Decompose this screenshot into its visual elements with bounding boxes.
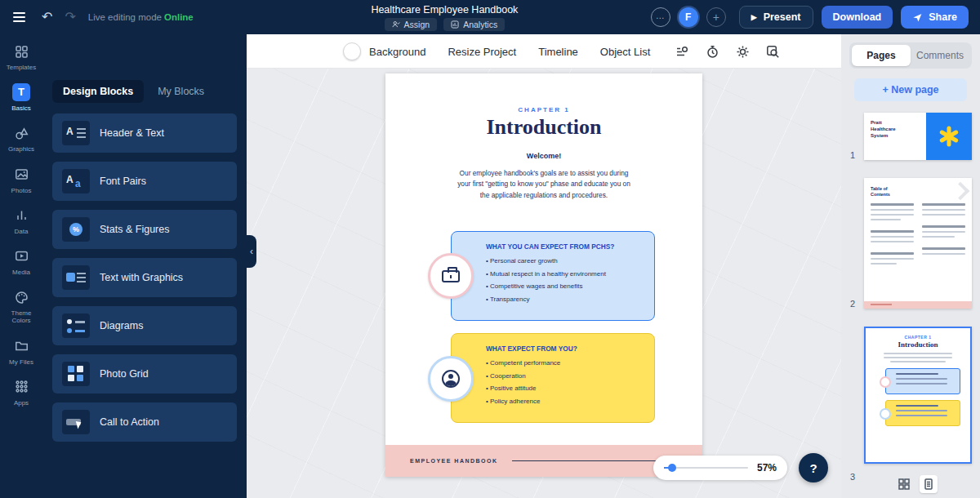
page-thumbnail-3-selected[interactable]: CHAPTER 1 Introduction [864, 327, 972, 464]
background-color-swatch[interactable] [343, 42, 361, 60]
blue-box-title: WHAT YOU CAN EXPECT FROM PCHS? [486, 242, 644, 251]
help-button[interactable]: ? [799, 453, 828, 482]
zoom-slider-handle[interactable] [668, 464, 676, 472]
block-diagrams[interactable]: Diagrams [52, 306, 237, 345]
block-header-and-text[interactable]: A Header & Text [52, 113, 237, 153]
timer-icon[interactable] [706, 45, 719, 59]
live-editing-status: Live editing modeOnline [88, 12, 194, 22]
yellow-box-list: Competent performance Cooperation Positi… [486, 357, 644, 407]
topbar-right: … F + ▶ Present Download Share [651, 6, 980, 29]
expect-from-you-box[interactable]: WHAT EXPECT FROM YOU? Competent performa… [451, 333, 655, 423]
palette-icon [12, 288, 30, 306]
gear-icon[interactable] [736, 45, 750, 59]
canvas-area[interactable]: CHAPTER 1 Introduction Welcome! Our empl… [247, 69, 841, 498]
tab-comments[interactable]: Comments [911, 45, 969, 66]
thumbnail-1-text: Pratt Healthcare System [864, 113, 926, 160]
tab-design-blocks[interactable]: Design Blocks [52, 80, 144, 103]
resize-project-button[interactable]: Resize Project [448, 46, 516, 58]
folder-icon [12, 337, 30, 355]
toolbar-icons [675, 45, 780, 59]
list-view-button[interactable] [920, 475, 938, 493]
diagrams-icon [62, 313, 90, 338]
mini-paragraph-lines [884, 353, 952, 362]
background-control[interactable]: Background [343, 42, 425, 60]
shapes-icon [12, 124, 30, 142]
list-item: Transparency [486, 293, 644, 306]
block-photo-grid[interactable]: Photo Grid [52, 354, 237, 394]
sidebar-item-my-files[interactable]: My Files [1, 337, 42, 366]
page-thumbnail-2[interactable]: Table of Contents [864, 178, 972, 309]
comment-icon[interactable]: … [651, 7, 670, 27]
intro-paragraph[interactable]: Our employee handbook's goals are to ass… [418, 168, 670, 201]
zoom-slider-track[interactable] [664, 467, 748, 469]
preview-zoom-icon[interactable] [766, 45, 780, 59]
timeline-button[interactable]: Timeline [538, 46, 578, 58]
list-item: Cooperation [486, 370, 644, 383]
tab-my-blocks[interactable]: My Blocks [147, 80, 215, 103]
redo-button[interactable]: ↷ [65, 11, 75, 24]
page-thumbnail-1[interactable]: Pratt Healthcare System [864, 113, 972, 160]
yellow-box-title: WHAT EXPECT FROM YOU? [486, 345, 644, 353]
document-title[interactable]: Healthcare Employee Handbook [371, 4, 518, 16]
share-button[interactable]: Share [901, 6, 969, 29]
sidebar-item-theme-colors[interactable]: Theme Colors [1, 288, 42, 324]
canvas-toolbar: Background Resize Project Timeline Objec… [247, 34, 841, 69]
toc-columns [871, 203, 965, 268]
mini-person-circle [880, 408, 891, 420]
topbar-subrow: Assign Analytics [385, 18, 506, 31]
list-item: Policy adherence [486, 395, 644, 408]
welcome-text[interactable]: Welcome! [385, 152, 702, 160]
toc-footer-bar [864, 301, 972, 309]
download-button[interactable]: Download [822, 6, 893, 29]
avatar[interactable]: F [679, 7, 698, 27]
sidebar-item-apps[interactable]: Apps [1, 378, 42, 407]
new-page-button[interactable]: + New page [854, 78, 967, 101]
analytics-chart-icon [451, 20, 459, 29]
panel-collapse-handle[interactable]: ‹ [247, 235, 256, 268]
chapter-label[interactable]: CHAPTER 1 [385, 106, 702, 113]
mini-briefcase-circle [880, 376, 891, 388]
sidebar-item-data[interactable]: Data [1, 207, 42, 235]
briefcase-icon [442, 270, 460, 282]
present-button[interactable]: ▶ Present [739, 6, 813, 29]
briefcase-badge[interactable] [428, 253, 474, 299]
undo-button[interactable]: ↶ [42, 11, 52, 24]
chevron-decoration [951, 182, 970, 201]
header-text-icon: A [62, 121, 90, 145]
footer-line [512, 460, 674, 461]
call-to-action-icon [62, 410, 90, 434]
block-stats-and-figures[interactable]: % Stats & Figures [52, 210, 237, 249]
add-collaborator-button[interactable]: + [706, 7, 726, 27]
page-number: 2 [850, 299, 855, 309]
animation-icon[interactable] [675, 45, 689, 59]
page-number: 3 [850, 472, 855, 482]
grid-view-button[interactable] [895, 475, 913, 493]
text-icon: T [12, 83, 30, 101]
list-item: Positive attitude [486, 382, 644, 395]
sidebar-item-basics[interactable]: T Basics [1, 83, 42, 112]
sidebar-item-templates[interactable]: Templates [1, 42, 42, 71]
sidebar-item-graphics[interactable]: Graphics [1, 124, 42, 153]
list-item: Personal career growth [486, 255, 644, 268]
block-text-with-graphics[interactable]: Text with Graphics [52, 258, 237, 297]
object-list-button[interactable]: Object List [600, 46, 650, 58]
analytics-button[interactable]: Analytics [443, 18, 505, 31]
sidebar-item-media[interactable]: Media [1, 247, 42, 276]
single-page-view-icon [923, 478, 934, 490]
page-title[interactable]: Introduction [385, 115, 702, 140]
list-item: Mutual respect in a healthy environment [486, 268, 644, 281]
person-badge[interactable] [428, 356, 474, 402]
block-font-pairs[interactable]: Aa Font Pairs [52, 162, 237, 201]
tab-pages[interactable]: Pages [852, 45, 911, 66]
expect-from-pchs-box[interactable]: WHAT YOU CAN EXPECT FROM PCHS? Personal … [451, 231, 655, 321]
assign-person-icon [392, 20, 400, 29]
page-thumbnail-row-2: 2 Table of Contents [864, 178, 972, 309]
mini-yellow-box [885, 400, 960, 426]
design-blocks-panel: Design Blocks My Blocks A Header & Text … [42, 34, 247, 498]
assign-button[interactable]: Assign [385, 18, 438, 31]
hamburger-menu-icon[interactable] [13, 9, 29, 25]
block-call-to-action[interactable]: Call to Action [52, 402, 237, 442]
person-icon [442, 370, 460, 388]
design-page[interactable]: CHAPTER 1 Introduction Welcome! Our empl… [385, 73, 702, 477]
sidebar-item-photos[interactable]: Photos [1, 166, 42, 194]
